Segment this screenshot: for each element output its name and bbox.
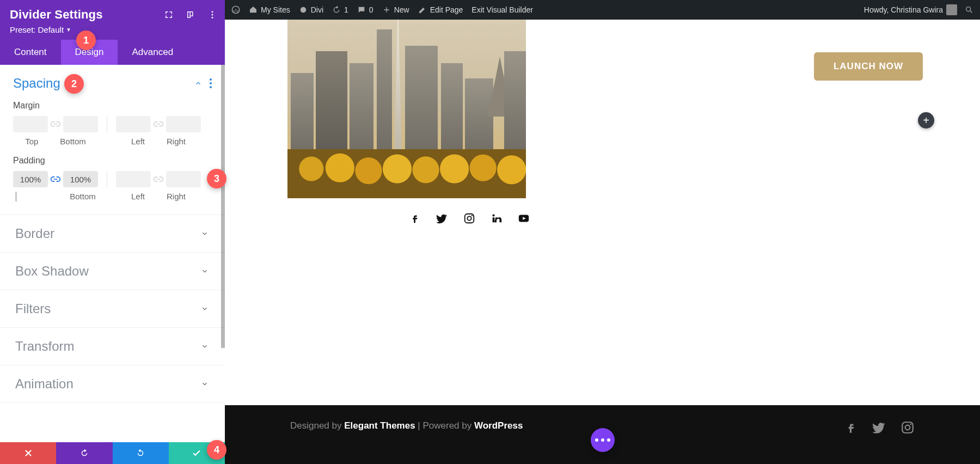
howdy-label: Howdy, Christina Gwira bbox=[864, 5, 943, 14]
twitter-icon[interactable] bbox=[436, 212, 448, 227]
wp-logo-icon[interactable] bbox=[231, 5, 240, 14]
margin-right-input[interactable] bbox=[166, 116, 201, 132]
scrollbar[interactable] bbox=[221, 65, 225, 348]
builder-menu-button[interactable] bbox=[591, 428, 615, 452]
new-link[interactable]: New bbox=[382, 5, 409, 14]
svg-point-11 bbox=[905, 425, 910, 430]
filters-heading: Filters bbox=[15, 301, 51, 316]
comments-link[interactable]: 0 bbox=[357, 5, 373, 14]
redo-button[interactable] bbox=[113, 442, 169, 464]
axis-bottom-label: Bottom bbox=[60, 137, 86, 146]
footer-twitter-icon[interactable] bbox=[872, 420, 886, 437]
svg-point-3 bbox=[232, 6, 239, 13]
chevron-down-icon bbox=[201, 380, 209, 388]
youtube-icon[interactable] bbox=[518, 212, 530, 227]
settings-panel: Divider Settings Preset: Default ▼ Conte… bbox=[0, 0, 225, 464]
facebook-icon[interactable] bbox=[409, 212, 421, 227]
panel-header: Divider Settings Preset: Default ▼ bbox=[0, 0, 225, 40]
margin-top-input[interactable] bbox=[13, 116, 48, 132]
transform-heading: Transform bbox=[15, 339, 74, 354]
padding-left-input[interactable] bbox=[116, 171, 151, 187]
expand-icon[interactable] bbox=[164, 10, 174, 22]
axis-right-label: Right bbox=[167, 192, 186, 201]
border-heading: Border bbox=[15, 226, 54, 241]
padding-right-input[interactable] bbox=[166, 171, 201, 187]
howdy-user[interactable]: Howdy, Christina Gwira bbox=[864, 4, 957, 15]
link-icon[interactable] bbox=[153, 174, 164, 185]
animation-heading: Animation bbox=[15, 376, 74, 392]
svg-point-4 bbox=[300, 7, 306, 13]
axis-left-label: Left bbox=[131, 137, 145, 146]
link-icon[interactable] bbox=[50, 174, 61, 185]
section-box-shadow[interactable]: Box Shadow bbox=[0, 253, 225, 290]
margin-left-input[interactable] bbox=[116, 116, 151, 132]
tab-advanced[interactable]: Advanced bbox=[118, 40, 187, 65]
chevron-down-icon bbox=[201, 230, 209, 237]
footer-facebook-icon[interactable] bbox=[844, 420, 858, 437]
social-icons bbox=[409, 212, 530, 227]
link-icon[interactable] bbox=[50, 119, 61, 130]
section-spacing: Spacing Margin bbox=[0, 65, 225, 215]
panel-body: Spacing Margin bbox=[0, 65, 225, 442]
margin-bottom-input[interactable] bbox=[63, 116, 98, 132]
elegant-themes-link[interactable]: Elegant Themes bbox=[344, 420, 415, 431]
my-sites-link[interactable]: My Sites bbox=[249, 5, 290, 14]
link-icon[interactable] bbox=[153, 119, 164, 130]
svg-point-0 bbox=[212, 11, 213, 13]
svg-point-5 bbox=[966, 7, 971, 11]
padding-label: Padding bbox=[13, 156, 212, 166]
svg-point-2 bbox=[212, 17, 213, 19]
updates-link[interactable]: 1 bbox=[332, 5, 348, 14]
callout-2: 2 bbox=[64, 74, 84, 94]
preset-value: Default bbox=[38, 25, 64, 34]
page-canvas: My Sites Divi 1 0 New Edit Page Exit Vis… bbox=[225, 0, 980, 464]
callout-1: 1 bbox=[76, 30, 96, 50]
chevron-up-icon[interactable] bbox=[194, 80, 202, 87]
footer-sep: | Powered by bbox=[415, 420, 474, 431]
footer-designed-label: Designed by bbox=[290, 420, 344, 431]
hero-image bbox=[287, 20, 526, 198]
panel-footer bbox=[0, 442, 225, 464]
my-sites-label: My Sites bbox=[261, 5, 290, 14]
margin-label: Margin bbox=[13, 101, 212, 111]
axis-bottom-label: Bottom bbox=[70, 192, 96, 202]
new-label: New bbox=[394, 5, 409, 14]
section-filters[interactable]: Filters bbox=[0, 290, 225, 328]
linkedin-icon[interactable] bbox=[491, 212, 503, 227]
caret-down-icon: ▼ bbox=[66, 27, 71, 33]
more-icon[interactable] bbox=[207, 10, 217, 22]
tab-content[interactable]: Content bbox=[0, 40, 61, 65]
svg-point-7 bbox=[467, 216, 471, 220]
exit-builder-link[interactable]: Exit Visual Builder bbox=[471, 5, 533, 14]
chevron-down-icon bbox=[201, 267, 209, 275]
spacing-heading: Spacing bbox=[13, 76, 60, 91]
chevron-down-icon bbox=[201, 305, 209, 313]
avatar bbox=[946, 4, 957, 15]
axis-right-label: Right bbox=[167, 137, 186, 146]
responsive-icon[interactable] bbox=[186, 10, 195, 22]
padding-bottom-input[interactable]: 100% bbox=[63, 171, 98, 187]
search-icon[interactable] bbox=[965, 5, 973, 14]
edit-page-link[interactable]: Edit Page bbox=[418, 5, 463, 14]
page-preview: LAUNCH NOW + Designed by Elegant Themes … bbox=[225, 20, 980, 464]
section-border[interactable]: Border bbox=[0, 215, 225, 253]
instagram-icon[interactable] bbox=[463, 212, 475, 227]
wordpress-link[interactable]: WordPress bbox=[474, 420, 523, 431]
box-shadow-heading: Box Shadow bbox=[15, 264, 89, 279]
section-more-icon[interactable] bbox=[210, 78, 212, 88]
preset-selector[interactable]: Preset: Default ▼ bbox=[10, 25, 215, 34]
callout-4: 4 bbox=[207, 440, 226, 460]
callout-3: 3 bbox=[207, 169, 226, 188]
axis-top-label: Top bbox=[25, 137, 38, 146]
footer-instagram-icon[interactable] bbox=[901, 420, 915, 437]
undo-button[interactable] bbox=[56, 442, 112, 464]
section-transform[interactable]: Transform bbox=[0, 328, 225, 365]
site-name-label: Divi bbox=[311, 5, 323, 14]
wp-admin-bar: My Sites Divi 1 0 New Edit Page Exit Vis… bbox=[225, 0, 980, 20]
add-section-button[interactable]: + bbox=[918, 112, 934, 129]
site-link[interactable]: Divi bbox=[299, 5, 323, 14]
launch-button[interactable]: LAUNCH NOW bbox=[814, 52, 923, 81]
padding-top-input[interactable]: 100% bbox=[13, 171, 48, 187]
close-button[interactable] bbox=[0, 442, 56, 464]
section-animation[interactable]: Animation bbox=[0, 365, 225, 403]
